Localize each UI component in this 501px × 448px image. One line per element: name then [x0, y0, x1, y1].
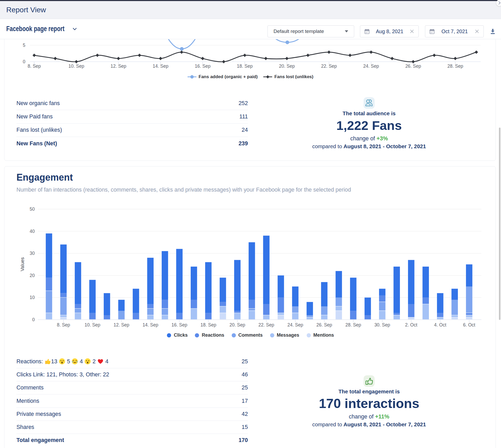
svg-text:10. Sep: 10. Sep — [68, 64, 84, 69]
svg-text:16. Sep: 16. Sep — [195, 64, 211, 69]
svg-text:4. Oct: 4. Oct — [434, 322, 446, 328]
svg-text:30. Sep: 30. Sep — [374, 322, 390, 328]
svg-text:28. Sep: 28. Sep — [447, 64, 463, 69]
svg-text:20. Sep: 20. Sep — [279, 64, 295, 69]
svg-text:20: 20 — [30, 273, 35, 278]
svg-text:14. Sep: 14. Sep — [143, 322, 158, 328]
svg-text:8. Sep: 8. Sep — [57, 322, 70, 328]
svg-text:26. Sep: 26. Sep — [405, 64, 421, 69]
svg-text:24. Sep: 24. Sep — [287, 322, 303, 328]
svg-text:14. Sep: 14. Sep — [153, 64, 168, 69]
svg-text:20. Sep: 20. Sep — [229, 322, 245, 328]
svg-text:26. Sep: 26. Sep — [316, 322, 332, 328]
svg-text:50: 50 — [30, 206, 35, 212]
svg-text:30: 30 — [30, 251, 35, 256]
svg-text:5: 5 — [23, 43, 25, 48]
svg-text:10: 10 — [30, 295, 35, 300]
svg-text:16. Sep: 16. Sep — [172, 322, 187, 328]
svg-text:6. Oct: 6. Oct — [463, 322, 475, 328]
svg-text:8. Sep: 8. Sep — [28, 64, 41, 69]
svg-text:22. Sep: 22. Sep — [258, 322, 274, 328]
svg-text:28. Sep: 28. Sep — [345, 322, 361, 328]
svg-text:10. Sep: 10. Sep — [85, 322, 100, 328]
svg-text:0: 0 — [32, 317, 35, 322]
svg-text:Values: Values — [20, 257, 25, 271]
svg-text:24. Sep: 24. Sep — [363, 64, 379, 69]
svg-text:18. Sep: 18. Sep — [201, 322, 216, 328]
svg-text:22. Sep: 22. Sep — [321, 64, 337, 69]
svg-text:12. Sep: 12. Sep — [114, 322, 129, 328]
svg-text:40: 40 — [30, 229, 35, 234]
svg-text:12. Sep: 12. Sep — [110, 64, 126, 69]
svg-text:2. Oct: 2. Oct — [405, 322, 417, 328]
svg-text:18. Sep: 18. Sep — [237, 64, 253, 69]
svg-text:0: 0 — [23, 59, 25, 64]
